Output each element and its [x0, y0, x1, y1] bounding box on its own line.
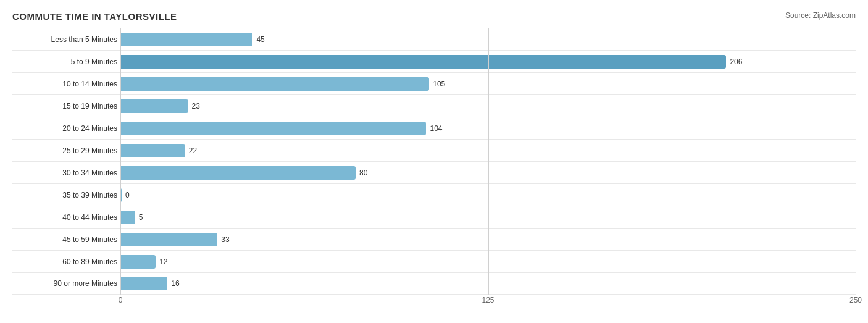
bars-section: Less than 5 Minutes455 to 9 Minutes20610…: [12, 28, 856, 295]
bar-track: 0: [120, 184, 856, 206]
bar-row: 35 to 39 Minutes0: [12, 183, 856, 206]
bar-row: 20 to 24 Minutes104: [12, 117, 856, 139]
bar-row: 5 to 9 Minutes206: [12, 50, 856, 72]
bar-value: 12: [159, 258, 167, 266]
bar-row: Less than 5 Minutes45: [12, 28, 856, 50]
bar-value: 33: [221, 235, 229, 244]
bar-track: 45: [120, 28, 856, 50]
bar-label: 30 to 34 Minutes: [12, 169, 120, 177]
x-axis-container: 0125250: [12, 296, 856, 308]
bar-row: 10 to 14 Minutes105: [12, 72, 856, 94]
bar-value: 206: [730, 57, 742, 66]
bar-value: 104: [430, 124, 442, 133]
bar-row: 90 or more Minutes16: [12, 272, 856, 295]
bar-fill: [120, 122, 426, 135]
bar-label: 90 or more Minutes: [12, 279, 120, 288]
bar-label: 60 to 89 Minutes: [12, 258, 120, 266]
bar-label: 10 to 14 Minutes: [12, 80, 120, 88]
bar-row: 40 to 44 Minutes5: [12, 206, 856, 228]
bar-label: 20 to 24 Minutes: [12, 124, 120, 133]
bar-value: 0: [125, 191, 130, 199]
bar-label: 45 to 59 Minutes: [12, 235, 120, 244]
bar-label: 35 to 39 Minutes: [12, 191, 120, 199]
bar-value: 16: [171, 279, 179, 288]
bar-value: 105: [433, 80, 445, 88]
x-axis-label: 0: [119, 296, 123, 304]
bar-track: 23: [120, 95, 856, 117]
bar-fill: [120, 211, 135, 224]
bar-fill: [120, 33, 252, 46]
bar-fill: [120, 255, 156, 269]
bar-track: 16: [120, 273, 856, 294]
bar-value: 80: [359, 169, 367, 177]
bar-row: 15 to 19 Minutes23: [12, 94, 856, 117]
bar-value: 23: [192, 102, 200, 111]
bar-track: 105: [120, 73, 856, 94]
bar-track: 22: [120, 140, 856, 161]
chart-header: COMMUTE TIME IN TAYLORSVILLE Source: Zip…: [12, 11, 856, 22]
bar-fill: [120, 77, 429, 91]
bar-value: 22: [189, 146, 197, 155]
bar-track: 12: [120, 251, 856, 272]
x-axis-label: 125: [482, 296, 494, 304]
bar-label: 15 to 19 Minutes: [12, 102, 120, 111]
bar-row: 30 to 34 Minutes80: [12, 161, 856, 183]
bar-label: 5 to 9 Minutes: [12, 57, 120, 66]
bar-track: 104: [120, 117, 856, 139]
bar-fill: [120, 277, 167, 290]
bar-fill: [120, 233, 217, 246]
chart-title: COMMUTE TIME IN TAYLORSVILLE: [12, 11, 177, 22]
bar-fill: [120, 188, 122, 202]
bar-row: 25 to 29 Minutes22: [12, 139, 856, 161]
bar-label: 40 to 44 Minutes: [12, 213, 120, 222]
bar-track: 80: [120, 162, 856, 183]
bar-fill: [120, 55, 726, 69]
chart-container: COMMUTE TIME IN TAYLORSVILLE Source: Zip…: [0, 0, 868, 323]
bar-value: 45: [256, 35, 264, 44]
bar-fill: [120, 99, 188, 113]
bar-row: 45 to 59 Minutes33: [12, 228, 856, 250]
bar-track: 5: [120, 206, 856, 228]
x-axis-label: 250: [849, 296, 862, 304]
bar-fill: [120, 144, 185, 157]
bar-value: 5: [139, 213, 143, 222]
bar-track: 33: [120, 229, 856, 250]
bar-row: 60 to 89 Minutes12: [12, 250, 856, 272]
bar-label: 25 to 29 Minutes: [12, 146, 120, 155]
chart-source: Source: ZipAtlas.com: [785, 11, 856, 20]
bar-label: Less than 5 Minutes: [12, 35, 120, 44]
bar-fill: [120, 166, 356, 180]
bar-track: 206: [120, 51, 856, 72]
